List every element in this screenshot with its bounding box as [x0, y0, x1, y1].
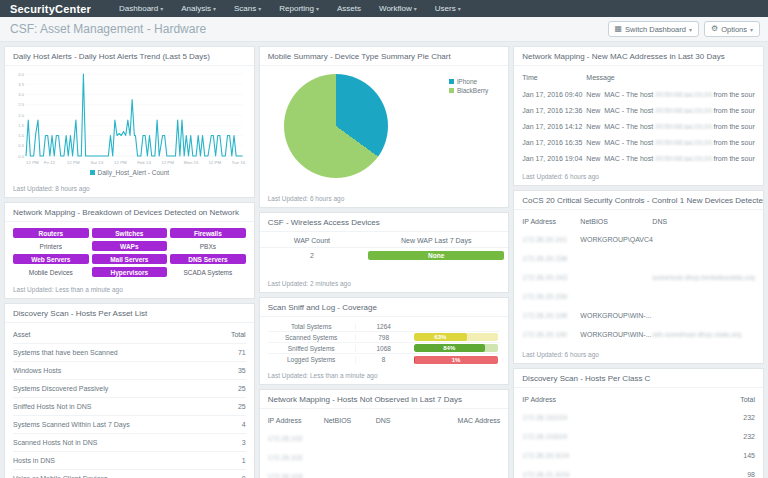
- last-updated: Last Updated: 2 minutes ago: [260, 277, 509, 292]
- table-row[interactable]: Jan 17, 2016 19:04 New_MAC - The host 00…: [522, 150, 755, 166]
- table-row[interactable]: Systems Scanned Within Last 7 Days4: [13, 415, 246, 433]
- matrix-cell-mail-servers[interactable]: Mail Servers: [92, 254, 168, 264]
- options-button[interactable]: ⚙ Options ▾: [704, 21, 760, 37]
- column-middle: Mobile Summary - Device Type Summary Pie…: [259, 46, 510, 478]
- table-row[interactable]: 172.26.102: [268, 448, 501, 467]
- svg-text:12 PM: 12 PM: [114, 160, 127, 165]
- svg-text:12 PM: 12 PM: [208, 160, 221, 165]
- chevron-down-icon: ▾: [160, 6, 163, 12]
- table-row[interactable]: Systems Discovered Passively25: [13, 379, 246, 397]
- main-menu: Dashboard▾ Analysis▾ Scans▾ Reporting▾ A…: [119, 4, 461, 13]
- svg-text:12 PM: 12 PM: [161, 160, 174, 165]
- table-row[interactable]: 172.26.102/24232: [522, 408, 755, 427]
- panel-title: Mobile Summary - Device Type Summary Pie…: [260, 47, 509, 66]
- svg-text:3.0: 3.0: [18, 92, 25, 97]
- matrix-cell-routers[interactable]: Routers: [13, 228, 89, 238]
- table-row[interactable]: Jan 17, 2016 09:40 New_MAC - The host 00…: [522, 86, 755, 102]
- coverage-bar[interactable]: 1%: [414, 356, 499, 364]
- matrix-cell-waps[interactable]: WAPs: [92, 241, 168, 251]
- matrix-cell-firewalls[interactable]: Firewalls: [170, 228, 246, 238]
- matrix-cell-web-servers[interactable]: Web Servers: [13, 254, 89, 264]
- table-row: 2 None: [260, 248, 509, 263]
- table-row[interactable]: 172.26.20.198WORKGROUP\WIN-...: [522, 306, 755, 325]
- matrix-cell-mobile-devices[interactable]: Mobile Devices: [13, 267, 89, 277]
- new-wap-status-badge[interactable]: None: [368, 251, 504, 260]
- panel-mobile-summary: Mobile Summary - Device Type Summary Pie…: [259, 46, 510, 208]
- chevron-down-icon: ▾: [750, 26, 753, 33]
- matrix-cell-hypervisors[interactable]: Hypervisors: [92, 267, 168, 277]
- grid-icon: ▦: [615, 25, 623, 33]
- chevron-down-icon: ▾: [316, 6, 319, 12]
- table-row[interactable]: 172.26.20.241WORKGROUP\QAVC4: [522, 230, 755, 249]
- table-header: Time Message: [522, 70, 755, 86]
- panel-title: Discovery Scan - Hosts Per Class C: [514, 369, 763, 388]
- table-row[interactable]: Jan 17, 2016 12:36 New_MAC - The host 00…: [522, 102, 755, 118]
- table-row[interactable]: Jan 17, 2016 16:35 New_MAC - The host 00…: [522, 134, 755, 150]
- last-updated: Last Updated: Less than a minute ago: [5, 283, 254, 298]
- table-row[interactable]: 172.26.20.238: [522, 249, 755, 268]
- table-row[interactable]: Systems that have been Scanned71: [13, 343, 246, 361]
- menu-workflow[interactable]: Workflow▾: [379, 4, 417, 13]
- panel-title: Discovery Scan - Hosts Per Asset List: [5, 304, 254, 323]
- legend-swatch: [90, 170, 95, 175]
- panel-title: Network Mapping - Breakdown of Devices D…: [5, 203, 254, 222]
- chevron-down-icon: ▾: [414, 6, 417, 12]
- panel-wireless-access: CSF - Wireless Access Devices WAP Count …: [259, 212, 510, 293]
- table-header: IP Address NetBIOS DNS MAC Address: [268, 413, 501, 429]
- table-header: IP Address NetBIOS DNS: [522, 214, 755, 230]
- table-row[interactable]: 172.26.103/24232: [522, 427, 755, 446]
- svg-text:Mon 15: Mon 15: [184, 160, 199, 165]
- svg-text:Feb 14: Feb 14: [137, 160, 151, 165]
- panel-title: CoCS 20 Critical Security Controls - Con…: [514, 191, 763, 210]
- legend-swatch: [449, 88, 454, 93]
- table-row[interactable]: 172.26.102: [268, 429, 501, 448]
- menu-scans[interactable]: Scans▾: [234, 4, 261, 13]
- table-header: WAP Count New WAP Last 7 Days: [260, 234, 509, 248]
- matrix-cell-dns-servers[interactable]: DNS Servers: [170, 254, 246, 264]
- svg-text:2.0: 2.0: [18, 113, 25, 118]
- table-row[interactable]: 172.26.103: [268, 467, 501, 478]
- coverage-bar[interactable]: 63%: [414, 333, 499, 341]
- panel-hosts-not-observed: Network Mapping - Hosts Not Observed in …: [259, 389, 510, 478]
- last-updated: Last Updated: 8 hours ago: [5, 182, 254, 197]
- chevron-down-icon: ▾: [689, 26, 692, 33]
- coverage-row: Total Systems 1264: [268, 321, 501, 332]
- svg-text:Tue 16: Tue 16: [232, 160, 246, 165]
- menu-assets[interactable]: Assets: [337, 4, 361, 13]
- table-row[interactable]: 172.26.20.239: [522, 287, 755, 306]
- top-navbar: SecurityCenter Dashboard▾ Analysis▾ Scan…: [0, 0, 768, 17]
- table-row[interactable]: Scanned Hosts Not in DNS3: [13, 433, 246, 451]
- wap-count-value: 2: [260, 252, 364, 259]
- table-row[interactable]: Windows Hosts35: [13, 361, 246, 379]
- panel-title: CSF - Wireless Access Devices: [260, 213, 509, 232]
- matrix-cell-switches[interactable]: Switches: [92, 228, 168, 238]
- table-row[interactable]: 172.26.20.0/24145: [522, 446, 755, 465]
- chevron-down-icon: ▾: [213, 6, 216, 12]
- table-row[interactable]: 172.26.20.243somehost.dhcp.berkeleyvista…: [522, 268, 755, 287]
- table-row[interactable]: 172.26.20.190WORKGROUP\WIN-...win-someho…: [522, 325, 755, 344]
- coverage-bar[interactable]: 84%: [414, 344, 499, 352]
- matrix-cell-pbxs[interactable]: PBXs: [170, 241, 246, 251]
- panel-daily-host-alerts: Daily Host Alerts - Daily Host Alerts Tr…: [4, 46, 255, 198]
- svg-text:Fri 12: Fri 12: [44, 160, 56, 165]
- table-row[interactable]: Sniffed Hosts Not in DNS25: [13, 397, 246, 415]
- coverage-row: Logged Systems 8 1%: [268, 354, 501, 365]
- menu-dashboard[interactable]: Dashboard▾: [119, 4, 163, 13]
- menu-reporting[interactable]: Reporting▾: [279, 4, 319, 13]
- column-right: Network Mapping - New MAC Addresses in L…: [513, 46, 764, 478]
- table-row[interactable]: Voice or Mobile Client Devices0: [13, 469, 246, 478]
- table-row[interactable]: 172.26.21.0/2498: [522, 465, 755, 478]
- table-row[interactable]: Hosts in DNS1: [13, 451, 246, 469]
- legend-swatch: [449, 79, 454, 84]
- table-header: IP Address Total: [522, 392, 755, 408]
- table-row[interactable]: Jan 17, 2016 14:12 New_MAC - The host 00…: [522, 118, 755, 134]
- matrix-cell-scada-systems[interactable]: SCADA Systems: [170, 267, 246, 277]
- daily-alerts-line-chart: 0.00.51.01.52.02.53.03.54.012 PMFri 1212…: [13, 70, 246, 168]
- chart-legend: Daily_Host_Alert - Count: [13, 168, 246, 178]
- device-type-pie-chart: [284, 74, 388, 178]
- matrix-cell-printers[interactable]: Printers: [13, 241, 89, 251]
- menu-users[interactable]: Users▾: [435, 4, 461, 13]
- menu-analysis[interactable]: Analysis▾: [181, 4, 216, 13]
- chevron-down-icon: ▾: [458, 6, 461, 12]
- switch-dashboard-button[interactable]: ▦ Switch Dashboard ▾: [608, 21, 699, 37]
